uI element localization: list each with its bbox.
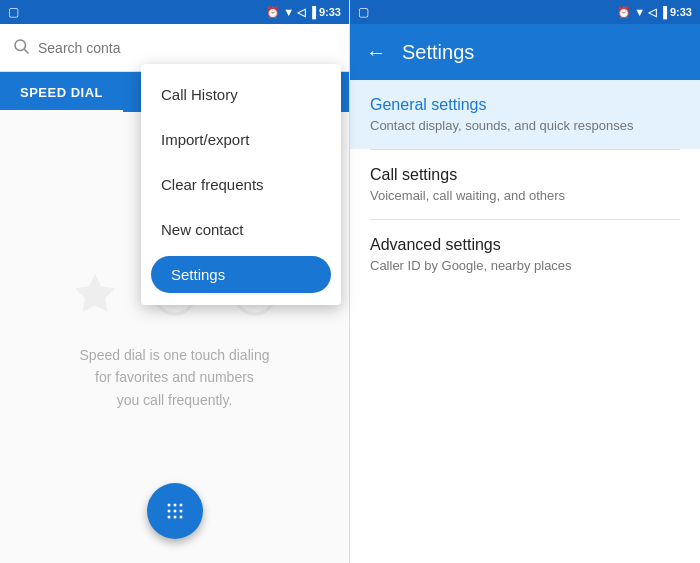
right-status-right: ⏰ ▼ ◁ ▐ 9:33 <box>617 6 692 19</box>
svg-line-1 <box>24 49 28 53</box>
settings-item-call[interactable]: Call settings Voicemail, call waiting, a… <box>350 150 700 219</box>
left-status-bar: ▢ ⏰ ▼ ◁ ▐ 9:33 <box>0 0 349 24</box>
back-button[interactable]: ← <box>366 41 386 64</box>
svg-point-5 <box>167 504 170 507</box>
star-icon <box>65 264 125 324</box>
advanced-settings-title: Advanced settings <box>370 236 680 254</box>
svg-point-9 <box>173 510 176 513</box>
right-battery-icon: ▐ <box>659 6 667 18</box>
status-bar-left-icons: ▢ <box>8 5 19 19</box>
svg-point-7 <box>179 504 182 507</box>
signal-icon: ◁ <box>297 6 305 19</box>
menu-item-call-history[interactable]: Call History <box>141 72 341 117</box>
wifi-icon: ▼ <box>283 6 294 18</box>
settings-title: Settings <box>402 41 474 64</box>
dropdown-menu: Call History Import/export Clear frequen… <box>141 64 341 305</box>
search-icon <box>12 37 30 59</box>
svg-point-10 <box>179 510 182 513</box>
svg-point-0 <box>15 40 26 51</box>
alarm-icon: ⏰ <box>266 6 280 19</box>
right-time-display: 9:33 <box>670 6 692 18</box>
menu-item-settings[interactable]: Settings <box>151 256 331 293</box>
dialpad-fab[interactable] <box>147 483 203 539</box>
settings-list: General settings Contact display, sounds… <box>350 80 700 563</box>
menu-item-import-export[interactable]: Import/export <box>141 117 341 162</box>
menu-item-clear-frequents[interactable]: Clear frequents <box>141 162 341 207</box>
call-settings-subtitle: Voicemail, call waiting, and others <box>370 188 680 203</box>
settings-item-advanced[interactable]: Advanced settings Caller ID by Google, n… <box>350 220 700 289</box>
sim-icon: ▢ <box>8 5 19 19</box>
right-sim-icon: ▢ <box>358 5 369 19</box>
svg-point-12 <box>173 516 176 519</box>
right-signal-icon: ◁ <box>648 6 656 19</box>
svg-point-8 <box>167 510 170 513</box>
speed-dial-description: Speed dial is one touch dialing for favo… <box>80 344 270 411</box>
advanced-settings-subtitle: Caller ID by Google, nearby places <box>370 258 680 273</box>
menu-item-new-contact[interactable]: New contact <box>141 207 341 252</box>
search-input[interactable] <box>38 40 138 56</box>
right-alarm-icon: ⏰ <box>617 6 631 19</box>
right-wifi-icon: ▼ <box>634 6 645 18</box>
right-status-bar: ▢ ⏰ ▼ ◁ ▐ 9:33 <box>350 0 700 24</box>
status-bar-right-icons: ⏰ ▼ ◁ ▐ 9:33 <box>266 6 341 19</box>
battery-icon: ▐ <box>308 6 316 18</box>
svg-point-11 <box>167 516 170 519</box>
call-settings-title: Call settings <box>370 166 680 184</box>
general-settings-subtitle: Contact display, sounds, and quick respo… <box>370 118 680 133</box>
right-status-left: ▢ <box>358 5 369 19</box>
right-panel: ▢ ⏰ ▼ ◁ ▐ 9:33 ← Settings General settin… <box>350 0 700 563</box>
svg-point-6 <box>173 504 176 507</box>
svg-marker-2 <box>75 274 115 312</box>
svg-point-13 <box>179 516 182 519</box>
general-settings-title: General settings <box>370 96 680 114</box>
left-panel: ▢ ⏰ ▼ ◁ ▐ 9:33 SPEED DIAL R <box>0 0 350 563</box>
settings-header: ← Settings <box>350 24 700 80</box>
tab-speed-dial[interactable]: SPEED DIAL <box>0 72 123 112</box>
settings-item-general[interactable]: General settings Contact display, sounds… <box>350 80 700 149</box>
time-display: 9:33 <box>319 6 341 18</box>
